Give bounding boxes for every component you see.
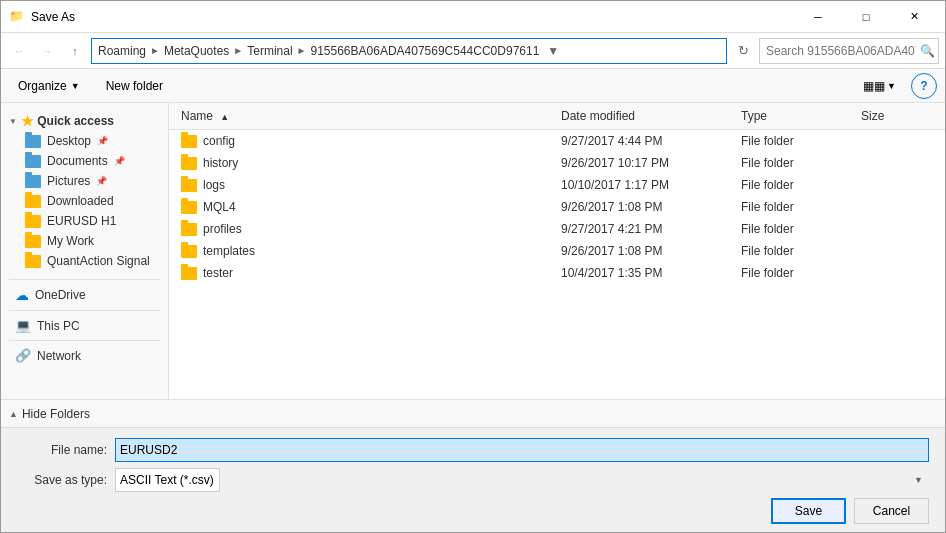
- organize-label: Organize: [18, 79, 67, 93]
- save-button[interactable]: Save: [771, 498, 846, 524]
- search-input[interactable]: [766, 44, 916, 58]
- table-row[interactable]: logs 10/10/2017 1:17 PM File folder: [169, 174, 945, 196]
- bottom-panel: File name: Save as type: ASCII Text (*.c…: [1, 427, 945, 532]
- sidebar-item-eurusd-label: EURUSD H1: [47, 214, 116, 228]
- window-icon: 📁: [9, 9, 25, 25]
- cancel-button[interactable]: Cancel: [854, 498, 929, 524]
- column-header-date[interactable]: Date modified: [557, 107, 737, 125]
- file-list: Name ▲ Date modified Type Size config: [169, 103, 945, 399]
- savetype-select[interactable]: ASCII Text (*.csv): [115, 468, 220, 492]
- refresh-button[interactable]: ↻: [731, 39, 755, 63]
- filename-input[interactable]: [115, 438, 929, 462]
- network-icon: 🔗: [15, 348, 31, 363]
- view-button[interactable]: ▦▦ ▼: [856, 73, 903, 99]
- column-header-type[interactable]: Type: [737, 107, 857, 125]
- main-content: ▼ ★ Quick access Desktop 📌 Documents 📌: [1, 103, 945, 399]
- sidebar-item-onedrive[interactable]: ☁ OneDrive: [1, 284, 168, 306]
- folder-icon: [181, 201, 197, 214]
- file-cell-date: 10/4/2017 1:35 PM: [557, 264, 737, 282]
- pictures-folder-icon: [25, 175, 41, 188]
- sidebar-item-network[interactable]: 🔗 Network: [1, 345, 168, 366]
- sidebar-item-pictures[interactable]: Pictures 📌: [1, 171, 168, 191]
- path-segment-metaquotes: MetaQuotes: [164, 44, 229, 58]
- table-row[interactable]: tester 10/4/2017 1:35 PM File folder: [169, 262, 945, 284]
- forward-button[interactable]: →: [35, 39, 59, 63]
- mywork-folder-icon: [25, 235, 41, 248]
- file-cell-type: File folder: [737, 242, 857, 260]
- sidebar-item-mywork[interactable]: My Work: [1, 231, 168, 251]
- file-cell-size: [857, 227, 937, 231]
- organize-button[interactable]: Organize ▼: [9, 73, 89, 99]
- sidebar-item-downloaded-label: Downloaded: [47, 194, 114, 208]
- sidebar-item-thispc-label: This PC: [37, 319, 80, 333]
- folder-icon: [181, 267, 197, 280]
- file-cell-name: MQL4: [177, 198, 557, 216]
- sidebar-item-mywork-label: My Work: [47, 234, 94, 248]
- file-cell-date: 9/27/2017 4:44 PM: [557, 132, 737, 150]
- filename-label: File name:: [17, 443, 107, 457]
- maximize-button[interactable]: □: [843, 1, 889, 33]
- file-cell-date: 10/10/2017 1:17 PM: [557, 176, 737, 194]
- table-row[interactable]: history 9/26/2017 10:17 PM File folder: [169, 152, 945, 174]
- path-segment-terminal: Terminal: [247, 44, 292, 58]
- column-header-size[interactable]: Size: [857, 107, 937, 125]
- folder-icon: [181, 245, 197, 258]
- name-sort-icon: ▲: [220, 112, 229, 122]
- back-button[interactable]: ←: [7, 39, 31, 63]
- file-cell-type: File folder: [737, 176, 857, 194]
- sidebar-item-documents[interactable]: Documents 📌: [1, 151, 168, 171]
- new-folder-button[interactable]: New folder: [97, 73, 172, 99]
- sidebar-item-pictures-label: Pictures: [47, 174, 90, 188]
- help-button[interactable]: ?: [911, 73, 937, 99]
- hide-folders-label: Hide Folders: [22, 407, 90, 421]
- file-cell-type: File folder: [737, 154, 857, 172]
- search-icon: 🔍: [920, 44, 935, 58]
- path-dropdown-arrow[interactable]: ▼: [547, 44, 559, 58]
- minimize-button[interactable]: ─: [795, 1, 841, 33]
- quick-access-header[interactable]: ▼ ★ Quick access: [1, 111, 168, 131]
- table-row[interactable]: MQL4 9/26/2017 1:08 PM File folder: [169, 196, 945, 218]
- savetype-wrapper: ASCII Text (*.csv) ▼: [115, 468, 929, 492]
- onedrive-icon: ☁: [15, 287, 29, 303]
- file-cell-type: File folder: [737, 198, 857, 216]
- eurusd-folder-icon: [25, 215, 41, 228]
- thispc-icon: 💻: [15, 318, 31, 333]
- file-cell-name: history: [177, 154, 557, 172]
- filename-row: File name:: [17, 438, 929, 462]
- sidebar-item-quantaction-label: QuantAction Signal: [47, 254, 150, 268]
- file-cell-name: config: [177, 132, 557, 150]
- path-segment-hash: 915566BA06ADA407569C544CC0D97611: [310, 44, 539, 58]
- table-row[interactable]: templates 9/26/2017 1:08 PM File folder: [169, 240, 945, 262]
- title-controls: ─ □ ✕: [795, 1, 937, 33]
- address-bar: ← → ↑ Roaming ► MetaQuotes ► Terminal ► …: [1, 33, 945, 69]
- address-path[interactable]: Roaming ► MetaQuotes ► Terminal ► 915566…: [91, 38, 727, 64]
- table-row[interactable]: profiles 9/27/2017 4:21 PM File folder: [169, 218, 945, 240]
- sidebar-divider-1: [9, 279, 160, 280]
- sidebar-item-documents-label: Documents: [47, 154, 108, 168]
- toolbar: Organize ▼ New folder ▦▦ ▼ ?: [1, 69, 945, 103]
- sidebar-divider-3: [9, 340, 160, 341]
- file-cell-name: templates: [177, 242, 557, 260]
- sidebar-item-downloaded[interactable]: Downloaded: [1, 191, 168, 211]
- file-cell-date: 9/26/2017 1:08 PM: [557, 198, 737, 216]
- file-cell-date: 9/27/2017 4:21 PM: [557, 220, 737, 238]
- folder-icon: [181, 157, 197, 170]
- window-title: Save As: [31, 10, 75, 24]
- search-box[interactable]: 🔍: [759, 38, 939, 64]
- close-button[interactable]: ✕: [891, 1, 937, 33]
- quick-access-label: Quick access: [37, 114, 114, 128]
- buttons-row: Save Cancel: [17, 498, 929, 524]
- file-cell-type: File folder: [737, 132, 857, 150]
- sidebar-item-quantaction[interactable]: QuantAction Signal: [1, 251, 168, 271]
- sidebar-item-eurusd[interactable]: EURUSD H1: [1, 211, 168, 231]
- table-row[interactable]: config 9/27/2017 4:44 PM File folder: [169, 130, 945, 152]
- pictures-pin-icon: 📌: [96, 176, 107, 186]
- sidebar-item-thispc[interactable]: 💻 This PC: [1, 315, 168, 336]
- hide-folders-row[interactable]: ▲ Hide Folders: [1, 399, 945, 427]
- sidebar-item-desktop[interactable]: Desktop 📌: [1, 131, 168, 151]
- up-button[interactable]: ↑: [63, 39, 87, 63]
- file-cell-name: profiles: [177, 220, 557, 238]
- column-header-name[interactable]: Name ▲: [177, 107, 557, 125]
- documents-pin-icon: 📌: [114, 156, 125, 166]
- chevron-up-icon: ▲: [9, 409, 18, 419]
